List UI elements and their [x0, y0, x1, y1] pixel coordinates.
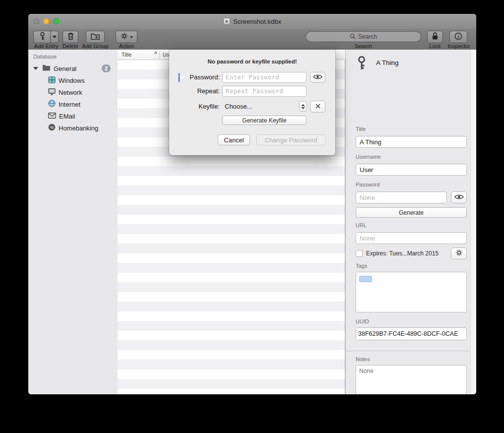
column-header-title[interactable]: Title	[122, 52, 131, 58]
action-button[interactable]	[116, 31, 137, 43]
cancel-label: Cancel	[224, 136, 244, 144]
search-placeholder: Search	[358, 33, 377, 40]
uuid-field[interactable]	[356, 327, 467, 340]
windows-icon	[48, 76, 56, 85]
add-entry-button[interactable]	[34, 31, 51, 43]
repeat-input[interactable]	[222, 86, 307, 97]
group-label: Network	[59, 89, 82, 96]
email-icon	[48, 113, 56, 120]
add-entry-menu-button[interactable]	[51, 31, 58, 43]
search-icon	[350, 33, 356, 41]
eye-icon	[454, 193, 464, 202]
add-group-label: Add Group	[81, 43, 110, 49]
search-input[interactable]: Search	[306, 32, 421, 42]
delete-icon	[67, 32, 74, 42]
folder-icon	[42, 64, 51, 72]
change-password-dialog: No password or keyfile supplied! Passwor…	[169, 50, 335, 155]
title-bar[interactable]: Screenshot.kdbx	[28, 14, 476, 29]
inspector-panel: A Thing General Files Custom Autotype Ti…	[345, 50, 476, 394]
key-icon	[356, 56, 367, 72]
chevron-down-icon	[53, 36, 57, 38]
password-input[interactable]	[222, 72, 307, 83]
notes-label: Notes	[356, 356, 370, 362]
disclosure-triangle-icon[interactable]	[33, 67, 38, 70]
action-gear-icon	[121, 32, 128, 42]
divider	[346, 351, 476, 351]
expires-checkbox[interactable]	[356, 250, 363, 257]
svg-text:%: %	[50, 125, 54, 130]
delete-label: Delete	[61, 43, 80, 49]
generate-keyfile-button[interactable]: Generate Keyfile	[222, 116, 307, 125]
add-entry-icon	[39, 32, 46, 43]
group-label: EMail	[59, 113, 75, 120]
title-field-label: Title	[356, 126, 366, 132]
generate-keyfile-label: Generate Keyfile	[242, 117, 286, 124]
sidebar-section-header: Database	[33, 54, 57, 60]
sidebar-item-homebanking[interactable]: % Homebanking	[28, 122, 118, 134]
reveal-password-button[interactable]	[451, 191, 467, 203]
uuid-label: UUID	[356, 318, 369, 324]
keyfile-popup-button[interactable]: Choose...	[225, 103, 252, 110]
add-entry-label: Add Entry	[32, 43, 61, 49]
expires-settings-button[interactable]	[451, 247, 467, 259]
search-label: Search	[306, 43, 421, 49]
generate-button-label: Generate	[399, 209, 424, 216]
entry-count-badge: 2	[102, 64, 111, 72]
sidebar-item-email[interactable]: EMail	[28, 110, 118, 122]
svg-text:i: i	[458, 34, 459, 39]
inspector-button[interactable]: i	[450, 31, 467, 43]
tag-chip[interactable]	[359, 276, 372, 282]
sort-indicator-icon: ^	[154, 51, 157, 57]
clear-icon	[315, 102, 321, 111]
chevron-down-icon	[130, 36, 133, 38]
zoom-button[interactable]	[53, 18, 59, 24]
group-label: Windows	[59, 77, 85, 84]
clear-keyfile-button[interactable]	[310, 101, 325, 113]
sidebar-item-windows[interactable]: Windows	[28, 74, 118, 86]
add-group-icon	[91, 33, 100, 42]
group-label: General	[54, 65, 76, 72]
change-password-button[interactable]: Change Password	[256, 134, 325, 145]
expires-label: Expires: Tues...March 2015	[366, 250, 439, 257]
sidebar-item-network[interactable]: Network	[28, 86, 118, 98]
checkmark-icon	[180, 74, 186, 79]
close-button[interactable]	[33, 18, 39, 24]
lock-icon	[432, 32, 439, 42]
eye-icon	[313, 73, 322, 82]
password-field-label: Password	[356, 182, 379, 187]
action-label: Action	[116, 43, 137, 49]
url-field-label: URL	[356, 222, 367, 228]
cancel-button[interactable]: Cancel	[218, 134, 250, 145]
inspector-label: Inspector	[445, 43, 473, 49]
app-window: Screenshot.kdbx Add Entry Delete Add Gro	[28, 14, 476, 394]
homebanking-icon: %	[48, 124, 56, 132]
password-checkbox[interactable]	[179, 73, 180, 82]
keyfile-label: Keyfile:	[187, 103, 220, 110]
column-divider[interactable]	[159, 51, 160, 59]
add-group-button[interactable]	[86, 31, 104, 43]
inspector-scrollbar[interactable]	[470, 50, 476, 394]
inspector-icon: i	[454, 32, 462, 42]
delete-button[interactable]	[63, 31, 78, 43]
title-field[interactable]	[356, 136, 467, 148]
stepper-icon[interactable]	[299, 101, 307, 112]
sidebar-item-internet[interactable]: Internet	[28, 98, 118, 110]
url-field[interactable]	[356, 232, 467, 244]
username-field-label: Username	[356, 154, 381, 160]
document-icon	[223, 18, 230, 25]
network-icon	[48, 88, 56, 97]
reveal-password-button[interactable]	[310, 72, 325, 83]
entry-title: A Thing	[376, 59, 399, 66]
group-label: Homebanking	[59, 124, 98, 132]
minimize-button[interactable]	[43, 18, 49, 24]
tags-box[interactable]	[356, 272, 467, 312]
sidebar-item-general[interactable]: General 2	[28, 62, 118, 74]
password-field[interactable]	[356, 191, 447, 203]
generate-password-button[interactable]: Generate	[356, 207, 467, 218]
notes-field[interactable]	[356, 365, 467, 394]
username-field[interactable]	[356, 164, 467, 176]
window-title: Screenshot.kdbx	[233, 18, 281, 25]
lock-button[interactable]	[428, 31, 442, 43]
gear-icon	[455, 249, 463, 258]
group-label: Internet	[59, 101, 80, 108]
